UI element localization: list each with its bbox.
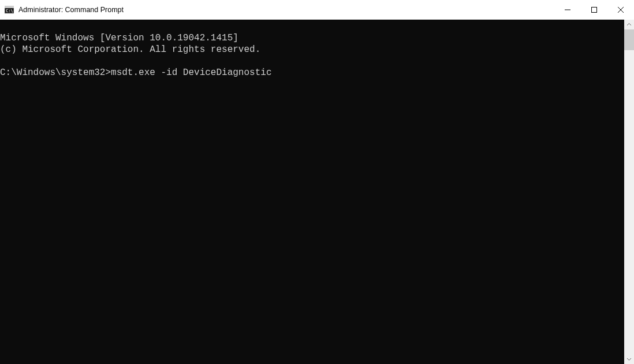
scroll-track[interactable] [624, 29, 634, 354]
terminal-line-command: C:\Windows\system32>msdt.exe -id DeviceD… [0, 67, 271, 78]
svg-rect-1 [5, 6, 14, 8]
titlebar-controls [554, 0, 634, 20]
terminal-command-text: msdt.exe -id DeviceDiagnostic [111, 67, 271, 78]
window-root: C:\ Administrator: Command Prompt Micros… [0, 0, 634, 364]
terminal-line-copyright: (c) Microsoft Corporation. All rights re… [0, 44, 260, 55]
terminal-prompt: C:\Windows\system32> [0, 67, 111, 78]
scroll-down-button[interactable] [624, 354, 634, 364]
scroll-up-button[interactable] [624, 20, 634, 29]
terminal-line-version: Microsoft Windows [Version 10.0.19042.14… [0, 33, 238, 43]
close-button[interactable] [607, 0, 634, 20]
minimize-button[interactable] [554, 0, 581, 20]
content-row: Microsoft Windows [Version 10.0.19042.14… [0, 20, 634, 364]
scroll-thumb[interactable] [624, 29, 634, 50]
vertical-scrollbar[interactable] [624, 20, 634, 364]
window-title: Administrator: Command Prompt [18, 6, 124, 14]
terminal-area[interactable]: Microsoft Windows [Version 10.0.19042.14… [0, 20, 624, 364]
titlebar[interactable]: C:\ Administrator: Command Prompt [0, 0, 634, 20]
svg-rect-4 [592, 7, 597, 13]
titlebar-left: C:\ Administrator: Command Prompt [0, 5, 554, 14]
svg-text:C:\: C:\ [6, 9, 13, 13]
cmd-icon: C:\ [5, 5, 14, 14]
maximize-button[interactable] [581, 0, 607, 20]
